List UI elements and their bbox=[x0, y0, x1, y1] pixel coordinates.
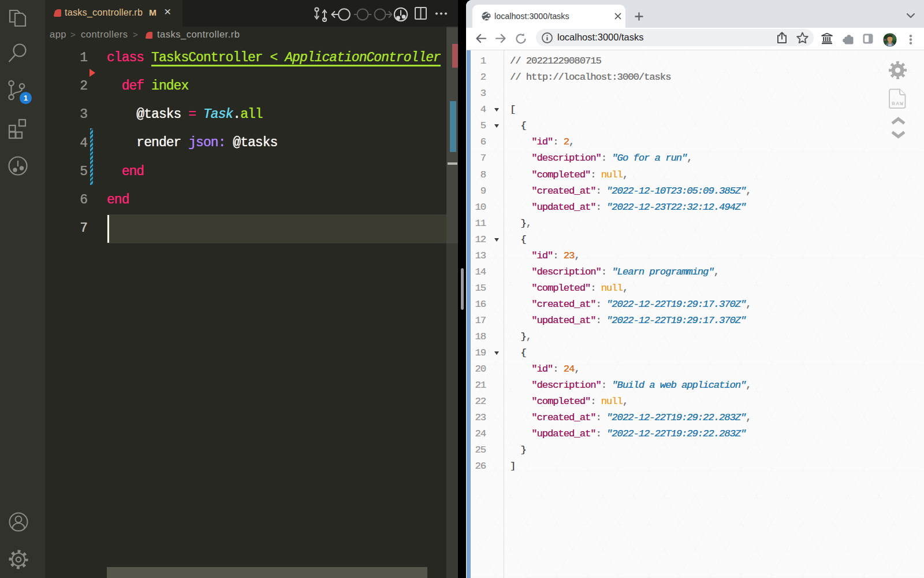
svg-text:RAW: RAW bbox=[892, 101, 903, 107]
